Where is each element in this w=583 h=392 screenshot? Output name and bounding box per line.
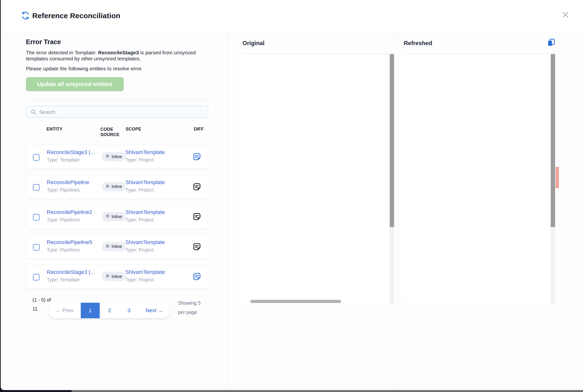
- entity-cell: ReconcilePipelineType: Pipelines: [47, 179, 99, 193]
- entity-type-label: Type: Pipelines: [47, 217, 99, 223]
- scope-cell: ShivamTemplateType: Project: [125, 149, 184, 163]
- search-box: [26, 106, 208, 118]
- page-button-3[interactable]: 3: [119, 303, 138, 318]
- search-icon: [30, 109, 36, 115]
- scope-cell: ShivamTemplateType: Project: [125, 179, 184, 193]
- entity-cell: ReconcileStage3 (...Type: Template: [47, 269, 99, 282]
- scope-link[interactable]: ShivamTemplate: [125, 179, 184, 186]
- per-page-label: Showing 5 per page: [178, 298, 202, 317]
- entity-link[interactable]: ReconcilePipeline5: [47, 239, 99, 246]
- entity-cell: ReconcileStage3 (...Type: Template: [47, 149, 99, 163]
- table-row: ReconcilePipeline2Type: PipelinesInlineS…: [26, 204, 208, 229]
- copy-icon[interactable]: [547, 38, 556, 47]
- diff-icon[interactable]: [193, 242, 201, 251]
- refreshed-vertical-scrollbar[interactable]: [551, 54, 555, 303]
- prev-page-button[interactable]: ← Prev: [48, 303, 81, 318]
- scope-link[interactable]: ShivamTemplate: [125, 149, 184, 156]
- code-source-label: Inline: [111, 184, 122, 189]
- divider: [398, 32, 398, 390]
- modal-header: Reference Reconciliation: [1, 0, 583, 32]
- original-horizontal-scrollbar[interactable]: [250, 300, 390, 303]
- entity-type-label: Type: Template: [47, 277, 99, 282]
- diff-icon[interactable]: [193, 212, 201, 221]
- scope-cell: ShivamTemplateType: Project: [125, 239, 184, 253]
- page-button-2[interactable]: 2: [100, 303, 119, 318]
- scope-link[interactable]: ShivamTemplate: [125, 209, 184, 216]
- error-trace-description: The error detected in Template: Reconcil…: [26, 50, 197, 62]
- update-all-unsynced-entities-button[interactable]: Update all unsynced entities: [26, 77, 124, 91]
- reference-reconciliation-modal: Reference Reconciliation Error Trace The…: [1, 0, 583, 390]
- entity-link[interactable]: ReconcileStage3 (...: [47, 149, 99, 156]
- code-source-label: Inline: [111, 274, 122, 279]
- code-source-label: Inline: [111, 244, 122, 249]
- code-source-badge: Inline: [102, 152, 125, 161]
- table-row: ReconcileStage3 (...Type: TemplateInline…: [26, 144, 208, 169]
- original-panel-title: Original: [242, 40, 265, 46]
- scope-link[interactable]: ShivamTemplate: [125, 239, 184, 246]
- entity-cell: ReconcilePipeline2Type: Pipelines: [47, 209, 99, 223]
- column-header-diff: DIFF: [194, 126, 204, 132]
- error-trace-instruction: Please update the following entities to …: [26, 66, 197, 72]
- code-source-badge: Inline: [102, 272, 125, 281]
- inline-source-icon: [105, 274, 110, 279]
- browser-scrollbar[interactable]: [71, 390, 583, 392]
- table-row: ReconcilePipeline5Type: PipelinesInlineS…: [26, 234, 208, 259]
- scope-type-label: Type: Project: [125, 247, 184, 253]
- row-checkbox[interactable]: [33, 274, 39, 280]
- entity-type-label: Type: Pipelines: [47, 247, 99, 253]
- reconcile-refresh-icon: [21, 11, 30, 20]
- inline-source-icon: [105, 154, 110, 159]
- row-checkbox[interactable]: [33, 244, 39, 250]
- error-trace-heading: Error Trace: [26, 38, 61, 46]
- diff-icon[interactable]: [193, 272, 201, 281]
- scope-link[interactable]: ShivamTemplate: [125, 269, 184, 275]
- scope-cell: ShivamTemplateType: Project: [125, 209, 184, 223]
- scope-type-label: Type: Project: [125, 217, 184, 223]
- refreshed-code-panel: [402, 54, 555, 303]
- scope-type-label: Type: Project: [125, 157, 184, 163]
- divider: [229, 32, 229, 390]
- pagination: ← Prev 123 Next →: [48, 303, 170, 318]
- diff-overview-marker: [556, 167, 559, 188]
- entity-link[interactable]: ReconcilePipeline: [47, 179, 99, 186]
- close-icon[interactable]: [561, 10, 571, 20]
- entity-link[interactable]: ReconcileStage3 (...: [47, 269, 99, 275]
- entity-cell: ReconcilePipeline5Type: Pipelines: [47, 239, 99, 253]
- column-header-entity: ENTITY: [46, 126, 62, 132]
- scope-cell: ShivamTemplateType: Project: [125, 269, 184, 282]
- row-checkbox[interactable]: [33, 214, 39, 220]
- inline-source-icon: [105, 244, 110, 249]
- code-source-badge: Inline: [102, 242, 125, 251]
- inline-source-icon: [105, 214, 110, 219]
- page-number-buttons: 123: [81, 303, 138, 318]
- row-checkbox[interactable]: [33, 184, 39, 191]
- entity-type-label: Type: Pipelines: [47, 187, 99, 193]
- entity-type-label: Type: Template: [47, 157, 99, 163]
- original-vertical-scrollbar[interactable]: [390, 54, 394, 303]
- search-input[interactable]: [39, 107, 205, 117]
- code-source-badge: Inline: [102, 212, 125, 221]
- inline-source-icon: [105, 184, 110, 190]
- page-title: Reference Reconciliation: [32, 12, 120, 20]
- page-button-1[interactable]: 1: [81, 303, 100, 318]
- original-code-panel: [241, 54, 394, 303]
- diff-icon[interactable]: [193, 183, 201, 192]
- column-header-scope: SCOPE: [126, 126, 141, 132]
- row-checkbox[interactable]: [33, 154, 39, 160]
- code-source-badge: Inline: [102, 182, 125, 192]
- refreshed-panel-title: Refreshed: [404, 40, 432, 46]
- code-source-label: Inline: [111, 214, 122, 219]
- column-header-code-source: CODE SOURCE: [100, 126, 120, 137]
- code-source-label: Inline: [111, 154, 122, 159]
- table-row: ReconcileStage3 (...Type: TemplateInline…: [26, 264, 208, 289]
- table-row: ReconcilePipelineType: PipelinesInlineSh…: [26, 175, 208, 199]
- scope-type-label: Type: Project: [125, 277, 184, 282]
- next-page-button[interactable]: Next →: [138, 303, 170, 318]
- divider: [26, 100, 208, 100]
- diff-icon[interactable]: [193, 152, 201, 161]
- scope-type-label: Type: Project: [125, 187, 184, 193]
- error-template-name: ReconcileStage3: [98, 50, 139, 55]
- entity-link[interactable]: ReconcilePipeline2: [47, 209, 99, 216]
